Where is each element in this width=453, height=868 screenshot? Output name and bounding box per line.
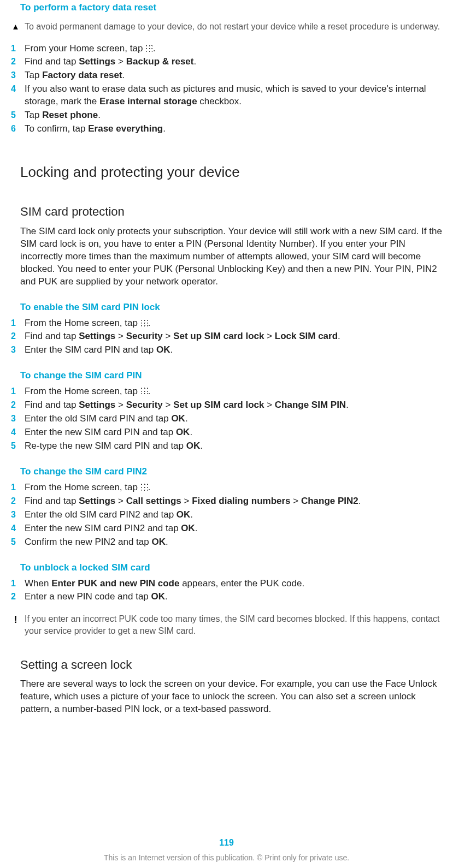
step-number: 1 [11,385,20,397]
step-number: 1 [11,481,20,494]
step-row: 2Find and tap Settings > Call settings >… [11,495,442,508]
step-row: 3Enter the old SIM card PIN and tap OK. [11,413,442,425]
step-number: 1 [11,43,20,55]
step-row: 1From the Home screen, tap . [11,481,442,494]
step-row: 2Find and tap Settings > Backup & reset. [11,56,442,68]
section-title-enable-pin: To enable the SIM card PIN lock [20,301,442,314]
info-icon: ! [11,613,20,626]
step-text: From the Home screen, tap . [25,317,150,330]
apps-icon [145,44,153,52]
step-row: 2Find and tap Settings > Security > Set … [11,330,442,343]
step-number: 2 [11,330,20,342]
section-title-change-pin2: To change the SIM card PIN2 [20,466,442,478]
step-number: 3 [11,413,20,425]
step-number: 2 [11,56,20,68]
step-text: If you also want to erase data such as p… [25,83,440,108]
step-number: 2 [11,591,20,603]
step-text: Find and tap Settings > Security > Set u… [25,399,349,412]
step-number: 3 [11,69,20,81]
note-row: ! If you enter an incorrect PUK code too… [11,613,442,637]
step-number: 3 [11,344,20,356]
warning-text: To avoid permanent damage to your device… [25,21,440,33]
step-row: 3Tap Factory data reset. [11,69,442,82]
step-number: 1 [11,578,20,590]
step-row: 3Enter the SIM card PIN and tap OK. [11,344,442,356]
warning-icon: ▲ [11,21,20,32]
step-row: 3Enter the old SIM card PIN2 and tap OK. [11,509,442,521]
step-number: 3 [11,509,20,521]
step-text: Tap Factory data reset. [25,69,125,82]
step-number: 5 [11,440,20,452]
step-text: Confirm the new PIN2 and tap OK. [25,536,168,549]
step-text: Find and tap Settings > Call settings > … [25,495,361,508]
step-number: 4 [11,426,20,438]
apps-icon [140,387,148,395]
step-number: 6 [11,123,20,135]
step-number: 5 [11,109,20,121]
step-row: 2Find and tap Settings > Security > Set … [11,399,442,412]
step-row: 1From your Home screen, tap . [11,43,442,55]
step-text: Find and tap Settings > Security > Set u… [25,330,340,343]
step-text: Enter the new SIM card PIN and tap OK. [25,426,192,439]
step-text: From your Home screen, tap . [25,43,156,55]
section-title-change-pin: To change the SIM card PIN [20,370,442,382]
step-number: 4 [11,522,20,534]
step-row: 1From the Home screen, tap . [11,317,442,330]
section-title-factory-reset: To perform a factory data reset [20,2,442,14]
step-text: To confirm, tap Erase everything. [25,123,166,135]
step-row: 5Tap Reset phone. [11,109,442,122]
step-row: 1From the Home screen, tap . [11,385,442,398]
step-row: 4Enter the new SIM card PIN and tap OK. [11,426,442,439]
step-text: Tap Reset phone. [25,109,101,122]
step-number: 1 [11,317,20,329]
h3-sim-protection: SIM card protection [20,204,442,220]
apps-icon [140,319,148,326]
page-number: 119 [0,837,453,849]
step-text: Find and tap Settings > Backup & reset. [25,56,196,68]
screen-lock-para: There are several ways to lock the scree… [20,678,442,716]
step-text: From the Home screen, tap . [25,385,150,398]
apps-icon [140,483,148,491]
step-text: Enter the old SIM card PIN and tap OK. [25,413,188,425]
step-text: Re-type the new SIM card PIN and tap OK. [25,440,203,453]
step-text: Enter the old SIM card PIN2 and tap OK. [25,509,193,521]
step-number: 2 [11,399,20,411]
h3-screen-lock: Setting a screen lock [20,657,442,673]
step-text: From the Home screen, tap . [25,481,150,494]
step-number: 4 [11,83,20,95]
section-title-unblock: To unblock a locked SIM card [20,562,442,574]
step-row: 4Enter the new SIM card PIN2 and tap OK. [11,522,442,535]
footer-text: This is an Internet version of this publ… [0,853,453,863]
step-row: 5Re-type the new SIM card PIN and tap OK… [11,440,442,453]
h2-locking: Locking and protecting your device [20,163,442,182]
step-row: 1When Enter PUK and new PIN code appears… [11,578,442,590]
sim-para: The SIM card lock only protects your sub… [20,225,442,288]
step-text: Enter a new PIN code and tap OK. [25,591,168,603]
step-row: 2Enter a new PIN code and tap OK. [11,591,442,603]
step-text: Enter the new SIM card PIN2 and tap OK. [25,522,198,535]
step-number: 2 [11,495,20,507]
step-row: 6To confirm, tap Erase everything. [11,123,442,135]
step-row: 4If you also want to erase data such as … [11,83,442,108]
note-text: If you enter an incorrect PUK code too m… [25,613,442,637]
step-text: Enter the SIM card PIN and tap OK. [25,344,173,356]
step-row: 5Confirm the new PIN2 and tap OK. [11,536,442,549]
warning-row: ▲ To avoid permanent damage to your devi… [11,21,442,33]
step-text: When Enter PUK and new PIN code appears,… [25,578,304,590]
step-number: 5 [11,536,20,548]
